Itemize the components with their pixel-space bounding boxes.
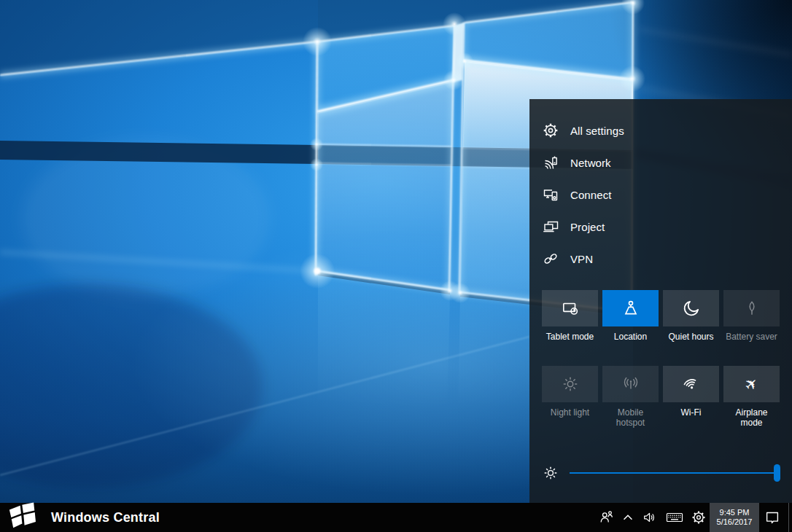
menu-item-vpn[interactable]: VPN (529, 243, 792, 275)
brightness-slider-fill (570, 472, 780, 474)
quick-action-tiles: Tablet mode Location (542, 290, 780, 442)
quick-action-cell: Tablet mode (542, 290, 598, 366)
night-light-sun-icon (561, 375, 580, 394)
menu-item-label: VPN (570, 253, 593, 265)
mobile-hotspot-icon (621, 375, 640, 394)
action-center-icon[interactable] (759, 503, 785, 532)
brightness-slider-thumb[interactable] (774, 464, 780, 482)
location-icon (621, 299, 640, 318)
settings-gear-icon[interactable] (688, 503, 710, 532)
tablet-mode-icon (561, 299, 580, 318)
quick-action-cell: Wi-Fi (663, 366, 719, 442)
taskbar: Windows Central (0, 503, 792, 532)
tile-label: Tablet mode (546, 332, 594, 342)
quiet-hours-moon-icon (682, 299, 701, 318)
vpn-icon (542, 250, 559, 267)
tray-clock[interactable]: 9:45 PM 5/16/2017 (710, 503, 759, 532)
menu-item-label: Connect (570, 189, 612, 201)
brightness-slider-row (542, 462, 780, 484)
menu-item-label: All settings (570, 125, 624, 137)
tile-battery-saver[interactable] (723, 290, 780, 326)
watermark-text: Windows Central (51, 510, 160, 525)
brightness-slider[interactable] (570, 472, 780, 474)
menu-item-connect[interactable]: Connect (529, 179, 792, 211)
tile-label: Location (614, 332, 647, 342)
tile-quiet-hours[interactable] (663, 290, 719, 326)
menu-item-project[interactable]: Project (529, 211, 792, 243)
quick-action-cell: Location (602, 290, 659, 366)
quick-action-cell: Battery saver (723, 290, 780, 366)
quick-action-cell: ✈ Airplane mode (723, 366, 780, 442)
volume-icon[interactable] (638, 503, 661, 532)
connect-icon (542, 186, 559, 203)
tile-night-light[interactable] (542, 366, 598, 402)
quick-action-cell: Night light (542, 366, 598, 442)
windows-central-watermark: Windows Central (7, 502, 160, 532)
tile-label: Wi-Fi (681, 407, 702, 418)
airplane-icon: ✈ (742, 374, 761, 394)
tile-mobile-hotspot[interactable] (602, 366, 659, 402)
brightness-sun-icon (542, 464, 559, 482)
system-tray: 9:45 PM 5/16/2017 (596, 503, 792, 532)
tile-label: Quiet hours (668, 332, 713, 342)
windows-central-logo-icon (7, 502, 42, 532)
quick-settings-panel: All settings Network (529, 99, 792, 503)
tile-label: Airplane mode (723, 407, 780, 428)
show-desktop-strip[interactable] (789, 503, 792, 532)
quick-settings-menu: All settings Network (529, 114, 792, 275)
quick-action-cell: Quiet hours (663, 290, 719, 366)
menu-item-all-settings[interactable]: All settings (529, 114, 792, 146)
tile-location[interactable] (602, 290, 659, 326)
tile-label: Night light (551, 407, 589, 418)
tile-label: Battery saver (726, 332, 777, 342)
project-icon (542, 218, 559, 235)
battery-saver-leaf-icon (742, 299, 761, 318)
tray-date: 5/16/2017 (717, 517, 753, 527)
tile-label: Mobile hotspot (602, 407, 659, 428)
tile-airplane-mode[interactable]: ✈ (723, 366, 780, 402)
wifi-icon (682, 375, 701, 394)
tile-wifi[interactable] (663, 366, 719, 402)
people-icon[interactable] (596, 503, 618, 532)
menu-item-label: Network (570, 157, 611, 169)
gear-icon (542, 122, 559, 139)
tray-time: 9:45 PM (720, 508, 750, 517)
quick-action-cell: Mobile hotspot (602, 366, 659, 442)
tile-tablet-mode[interactable] (542, 290, 598, 326)
desktop: All settings Network (0, 0, 792, 532)
menu-item-network[interactable]: Network (529, 146, 792, 179)
touch-keyboard-icon[interactable] (661, 503, 688, 532)
network-icon (542, 154, 559, 171)
menu-item-label: Project (570, 221, 605, 233)
hidden-icons-chevron-icon[interactable] (618, 503, 638, 532)
